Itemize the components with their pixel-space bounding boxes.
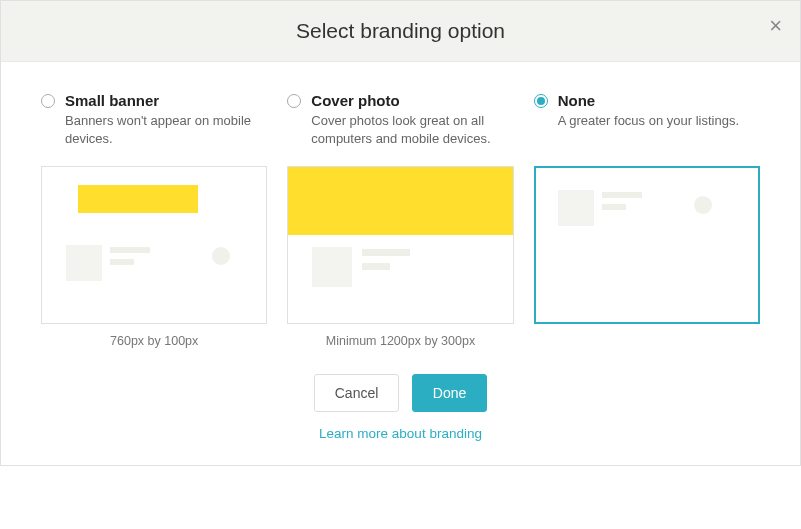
option-title[interactable]: Cover photo [311, 92, 513, 109]
radio-cover-photo[interactable] [287, 94, 301, 108]
banner-placeholder-icon [78, 185, 198, 213]
line-placeholder-icon [110, 247, 150, 253]
modal-header: Select branding option × [1, 1, 800, 62]
option-none[interactable]: None A greater focus on your listings. [534, 92, 760, 350]
preview-cover-photo[interactable] [287, 166, 513, 324]
line-placeholder-icon [110, 259, 134, 265]
option-title[interactable]: Small banner [65, 92, 267, 109]
option-head: Cover photo Cover photos look great on a… [287, 92, 513, 160]
close-button[interactable]: × [769, 15, 782, 37]
option-text: Cover photo Cover photos look great on a… [311, 92, 513, 148]
line-placeholder-icon [602, 204, 626, 210]
option-small-banner[interactable]: Small banner Banners won't appear on mob… [41, 92, 267, 350]
modal-actions: Cancel Done [41, 374, 760, 412]
cover-placeholder-icon [288, 167, 512, 235]
option-text: None A greater focus on your listings. [558, 92, 739, 130]
option-title[interactable]: None [558, 92, 739, 109]
radio-none[interactable] [534, 94, 548, 108]
radio-small-banner[interactable] [41, 94, 55, 108]
line-placeholder-icon [362, 263, 390, 270]
modal-body: Small banner Banners won't appear on mob… [1, 62, 800, 465]
preview-none[interactable] [534, 166, 760, 324]
preview-small-banner[interactable] [41, 166, 267, 324]
line-placeholder-icon [362, 249, 410, 256]
option-head: None A greater focus on your listings. [534, 92, 760, 160]
options-row: Small banner Banners won't appear on mob… [41, 92, 760, 350]
done-button[interactable]: Done [412, 374, 487, 412]
thumb-placeholder-icon [558, 190, 594, 226]
circle-placeholder-icon [694, 196, 712, 214]
option-caption [534, 334, 760, 350]
option-caption: 760px by 100px [41, 334, 267, 350]
option-desc: Banners won't appear on mobile devices. [65, 112, 267, 148]
option-desc: Cover photos look great on all computers… [311, 112, 513, 148]
option-head: Small banner Banners won't appear on mob… [41, 92, 267, 160]
modal-title: Select branding option [21, 19, 780, 43]
option-cover-photo[interactable]: Cover photo Cover photos look great on a… [287, 92, 513, 350]
learn-more-link[interactable]: Learn more about branding [41, 426, 760, 441]
option-desc: A greater focus on your listings. [558, 112, 739, 130]
branding-modal: Select branding option × Small banner Ba… [0, 0, 801, 466]
circle-placeholder-icon [212, 247, 230, 265]
option-text: Small banner Banners won't appear on mob… [65, 92, 267, 148]
thumb-placeholder-icon [312, 247, 352, 287]
thumb-placeholder-icon [66, 245, 102, 281]
line-placeholder-icon [602, 192, 642, 198]
cancel-button[interactable]: Cancel [314, 374, 400, 412]
option-caption: Minimum 1200px by 300px [287, 334, 513, 350]
